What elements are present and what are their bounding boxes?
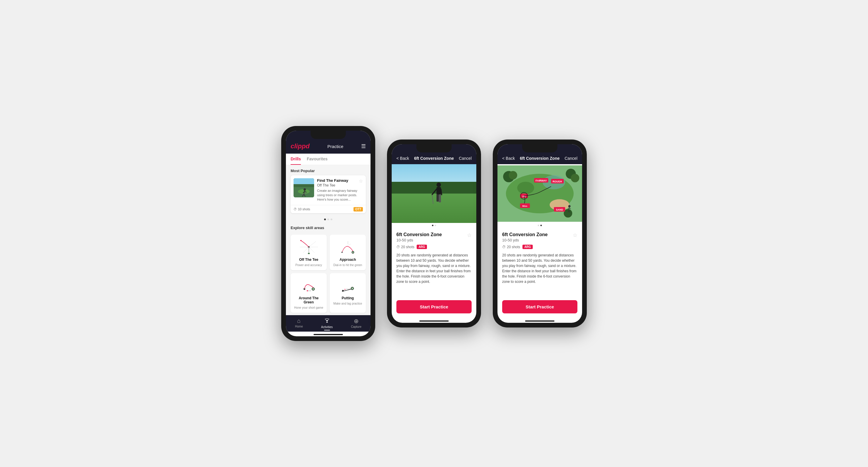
image-dots-3 bbox=[497, 223, 582, 228]
tab-favourites[interactable]: Favourites bbox=[307, 154, 328, 165]
phone-2: < Back 6ft Conversion Zone Cancel bbox=[387, 139, 481, 328]
phone-3-header-title: 6ft Conversion Zone bbox=[520, 156, 559, 161]
svg-line-47 bbox=[432, 189, 436, 195]
cancel-button[interactable]: Cancel bbox=[459, 156, 472, 161]
drill-title: 6ft Conversion Zone bbox=[396, 232, 442, 237]
clock-icon: ⏱ bbox=[293, 207, 297, 211]
phone-3-screen: < Back 6ft Conversion Zone Cancel bbox=[497, 144, 582, 323]
home-bar-1 bbox=[313, 334, 343, 335]
svg-point-71 bbox=[568, 205, 570, 207]
arg-badge: ARG bbox=[417, 245, 427, 249]
detail-shots: ⏱ 20 shots bbox=[396, 245, 414, 249]
skill-name-approach: Approach bbox=[339, 258, 356, 262]
skill-card-ott[interactable]: Off The Tee Power and accuracy bbox=[290, 235, 327, 270]
svg-text:SAND: SAND bbox=[556, 208, 563, 211]
nav-underline bbox=[324, 330, 330, 330]
phone-1-notch bbox=[311, 131, 346, 139]
svg-rect-2 bbox=[293, 184, 314, 187]
svg-point-32 bbox=[352, 288, 353, 289]
svg-point-26 bbox=[313, 289, 314, 290]
svg-point-39 bbox=[346, 290, 348, 291]
skill-grid: Off The Tee Power and accuracy bbox=[286, 232, 371, 315]
svg-rect-46 bbox=[439, 194, 441, 203]
svg-point-58 bbox=[571, 174, 580, 182]
phone-1: clippd Practice ☰ Drills Favourites Most… bbox=[281, 126, 375, 341]
detail-shots-3: ⏱ 20 shots bbox=[502, 245, 520, 249]
home-icon: ⌂ bbox=[297, 318, 301, 324]
skill-desc-arg: Hone your short game bbox=[294, 306, 323, 309]
svg-point-38 bbox=[344, 290, 346, 291]
nav-capture[interactable]: ⊕ Capture bbox=[351, 318, 362, 330]
svg-rect-44 bbox=[436, 187, 441, 195]
tab-drills[interactable]: Drills bbox=[290, 154, 301, 165]
detail-meta-3: ⏱ 20 shots ARG bbox=[502, 245, 578, 249]
svg-line-13 bbox=[309, 241, 316, 247]
nav-activities-label: Activities bbox=[321, 326, 333, 329]
detail-meta: ⏱ 20 shots ARG bbox=[396, 245, 472, 249]
dot-1 bbox=[324, 219, 326, 220]
svg-text:FAIRWAY: FAIRWAY bbox=[536, 179, 547, 182]
drill-name: Find The Fairway bbox=[317, 178, 348, 183]
nav-capture-label: Capture bbox=[351, 325, 362, 328]
svg-point-34 bbox=[342, 290, 344, 292]
skill-name-putting: Putting bbox=[342, 296, 354, 300]
svg-point-40 bbox=[327, 320, 328, 321]
drill-photo bbox=[392, 164, 476, 223]
nav-activities[interactable]: Activities bbox=[321, 318, 333, 330]
dot-2 bbox=[327, 219, 329, 220]
clock-icon-3: ⏱ bbox=[502, 245, 506, 249]
drill-subname: Off The Tee bbox=[317, 183, 348, 188]
card-dots bbox=[286, 217, 371, 222]
putting-icon-area bbox=[338, 277, 358, 294]
phone-1-screen: clippd Practice ☰ Drills Favourites Most… bbox=[286, 131, 371, 336]
phone-3: < Back 6ft Conversion Zone Cancel bbox=[493, 139, 587, 328]
featured-drill-card[interactable]: Find The Fairway Off The Tee ☆ Create an… bbox=[290, 175, 366, 213]
cancel-button-3[interactable]: Cancel bbox=[564, 156, 578, 161]
approach-icon-area bbox=[338, 238, 358, 256]
favourite-icon[interactable]: ☆ bbox=[359, 178, 363, 184]
skill-desc-putting: Make and lag practice bbox=[334, 302, 362, 305]
bottom-nav: ⌂ Home Activities bbox=[286, 315, 371, 332]
capture-icon: ⊕ bbox=[354, 318, 359, 325]
back-button-3[interactable]: < Back bbox=[502, 156, 515, 161]
dot-3 bbox=[331, 219, 332, 220]
svg-point-43 bbox=[436, 183, 441, 187]
skill-name-ott: Off The Tee bbox=[299, 258, 318, 262]
svg-point-4 bbox=[304, 188, 306, 191]
arg-badge-3: ARG bbox=[522, 245, 532, 249]
back-button[interactable]: < Back bbox=[396, 156, 409, 161]
svg-point-30 bbox=[310, 290, 311, 291]
detail-title-row: 6ft Conversion Zone 10-50 yds ☆ bbox=[396, 232, 472, 242]
home-bar-2 bbox=[419, 321, 449, 322]
home-bar-3 bbox=[525, 321, 555, 322]
start-practice-button-3[interactable]: Start Practice bbox=[502, 300, 578, 313]
skill-card-putting[interactable]: Putting Make and lag practice bbox=[330, 273, 366, 313]
img-dot-3-2 bbox=[540, 225, 542, 226]
detail-fav-icon[interactable]: ☆ bbox=[467, 232, 472, 238]
svg-line-17 bbox=[309, 247, 315, 253]
drill-thumbnail bbox=[293, 178, 314, 197]
detail-description: 20 shots are randomly generated at dista… bbox=[396, 253, 472, 284]
image-dots-2 bbox=[392, 223, 476, 228]
svg-point-36 bbox=[346, 288, 347, 289]
svg-point-35 bbox=[344, 289, 345, 290]
svg-text:ROUGH: ROUGH bbox=[552, 180, 562, 183]
svg-point-56 bbox=[508, 171, 517, 179]
drill-range: 10-50 yds bbox=[396, 238, 442, 242]
svg-point-53 bbox=[517, 182, 534, 194]
svg-point-37 bbox=[348, 288, 349, 289]
hamburger-icon[interactable]: ☰ bbox=[361, 143, 366, 149]
drill-card-inner: Find The Fairway Off The Tee ☆ Create an… bbox=[290, 175, 366, 205]
phones-container: clippd Practice ☰ Drills Favourites Most… bbox=[281, 126, 587, 341]
skill-card-arg[interactable]: Around The Green Hone your short game bbox=[290, 273, 327, 313]
detail-body-2: 6ft Conversion Zone 10-50 yds ☆ ⏱ 20 sho… bbox=[392, 228, 476, 300]
skill-desc-approach: Dial-in to hit the green bbox=[334, 263, 362, 267]
nav-home[interactable]: ⌂ Home bbox=[295, 318, 303, 330]
svg-point-23 bbox=[341, 252, 343, 253]
detail-description-3: 20 shots are randomly generated at dista… bbox=[502, 253, 578, 284]
start-practice-button[interactable]: Start Practice bbox=[396, 300, 472, 313]
drill-shots: ⏱ 10 shots bbox=[293, 207, 310, 211]
skill-card-approach[interactable]: Approach Dial-in to hit the green bbox=[330, 235, 366, 270]
detail-fav-icon-3[interactable]: ☆ bbox=[573, 232, 578, 238]
most-popular-title: Most Popular bbox=[286, 165, 371, 175]
